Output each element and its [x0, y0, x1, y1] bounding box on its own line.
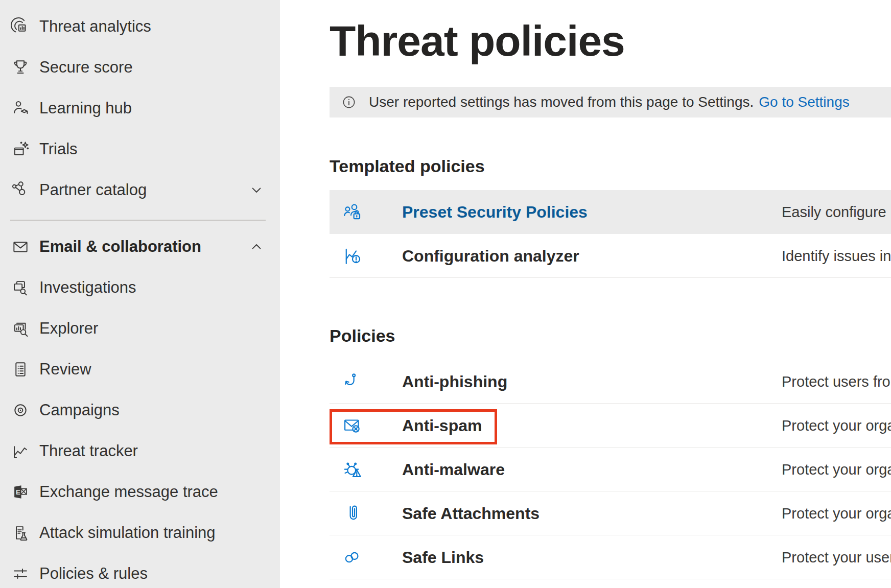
threat-tracker-icon: [11, 441, 30, 461]
sidebar-item-label: Exchange message trace: [39, 483, 218, 501]
sidebar-item-policies-rules[interactable]: Policies & rules: [0, 553, 280, 588]
sidebar-item-label: Threat analytics: [39, 17, 151, 36]
policy-row-safe-attachments[interactable]: Safe Attachments Protect your organiz: [330, 491, 891, 535]
chevron-up-icon[interactable]: [248, 239, 265, 255]
sidebar-item-email-collaboration[interactable]: Email & collaboration: [0, 226, 280, 267]
anti-spam-icon: [342, 415, 363, 436]
policy-row-label[interactable]: Preset Security Policies: [402, 203, 588, 222]
info-banner: User reported settings has moved from th…: [330, 87, 891, 117]
review-icon: [11, 360, 30, 379]
sidebar-item-threat-analytics[interactable]: Threat analytics: [0, 6, 280, 47]
policy-row-anti-phishing[interactable]: Anti-phishing Protect users from p: [330, 360, 891, 404]
sidebar-item-partner-catalog[interactable]: Partner catalog: [0, 170, 280, 210]
attack-simulation-icon: [11, 523, 30, 543]
go-to-settings-link[interactable]: Go to Settings: [759, 94, 849, 110]
page-title: Threat policies: [330, 17, 625, 64]
sidebar-item-attack-simulation-training[interactable]: Attack simulation training: [0, 512, 280, 553]
configuration-analyzer-icon: [342, 245, 363, 267]
sidebar-divider: [10, 220, 266, 221]
policy-row-description: Protect your organiz: [782, 417, 891, 434]
anti-phishing-icon: [342, 371, 363, 392]
policy-row-label[interactable]: Anti-phishing: [402, 372, 507, 391]
policy-row-label[interactable]: Anti-spam: [402, 416, 482, 435]
sidebar: Threat analytics Secure score Learning h…: [0, 0, 280, 588]
sidebar-item-label: Learning hub: [39, 99, 132, 117]
exchange-icon: E: [11, 482, 30, 502]
partner-catalog-icon: [11, 180, 30, 200]
sidebar-item-review[interactable]: Review: [0, 349, 280, 390]
banner-message-text: User reported settings has moved from th…: [369, 94, 754, 110]
banner-message: User reported settings has moved from th…: [369, 87, 850, 117]
sidebar-item-label: Threat tracker: [39, 442, 138, 460]
sidebar-item-label: Trials: [39, 140, 78, 158]
trophy-icon: [11, 58, 30, 77]
policy-row-label[interactable]: Safe Links: [402, 548, 484, 567]
policy-row-configuration-analyzer[interactable]: Configuration analyzer Identify issues i…: [330, 234, 891, 278]
sidebar-item-label: Investigations: [39, 278, 136, 297]
policy-row-description: Protect your users fr: [782, 549, 891, 566]
policy-row-anti-malware[interactable]: Anti-malware Protect your organiz: [330, 448, 891, 491]
policy-row-description: Protect your organiz: [782, 461, 891, 478]
sidebar-item-explorer[interactable]: Explorer: [0, 308, 280, 349]
sidebar-item-label: Email & collaboration: [39, 238, 201, 256]
trials-icon: [11, 139, 30, 159]
chevron-down-icon[interactable]: [248, 182, 265, 198]
info-icon: [340, 93, 358, 111]
sidebar-item-secure-score[interactable]: Secure score: [0, 47, 280, 88]
explorer-icon: [11, 319, 30, 338]
policy-row-label[interactable]: Configuration analyzer: [402, 246, 579, 265]
section-heading-policies: Policies: [330, 326, 395, 346]
policy-row-description: Protect users from p: [782, 373, 891, 390]
policy-row-label[interactable]: Anti-malware: [402, 460, 505, 479]
sidebar-item-campaigns[interactable]: Campaigns: [0, 390, 280, 431]
sidebar-item-label: Secure score: [39, 58, 133, 77]
svg-text:E: E: [16, 488, 20, 496]
preset-security-icon: [342, 201, 363, 223]
sidebar-item-label: Campaigns: [39, 401, 120, 419]
learning-hub-icon: [11, 99, 30, 118]
policy-row-description: Protect your organiz: [782, 505, 891, 522]
envelope-icon: [11, 237, 30, 256]
threat-policies-page: Threat analytics Secure score Learning h…: [0, 0, 891, 588]
policy-row-preset-security-policies[interactable]: Preset Security Policies Easily configur…: [330, 190, 891, 234]
sidebar-item-label: Policies & rules: [39, 565, 148, 583]
sidebar-item-label: Review: [39, 360, 91, 379]
safe-links-icon: [342, 547, 363, 568]
anti-malware-icon: [342, 459, 363, 480]
investigations-icon: [11, 278, 30, 297]
sidebar-item-label: Partner catalog: [39, 181, 147, 199]
sliders-icon: [11, 564, 30, 583]
sidebar-item-threat-tracker[interactable]: Threat tracker: [0, 431, 280, 472]
sidebar-item-learning-hub[interactable]: Learning hub: [0, 88, 280, 129]
policy-row-safe-links[interactable]: Safe Links Protect your users fr: [330, 535, 891, 579]
policy-row-label[interactable]: Safe Attachments: [402, 504, 540, 523]
policy-row-description: Identify issues in you: [782, 247, 891, 264]
policy-row-description: Easily configure prot: [782, 204, 891, 221]
paperclip-icon: [342, 503, 363, 524]
threat-analytics-icon: [11, 17, 30, 36]
campaigns-icon: [11, 401, 30, 420]
policy-row-anti-spam[interactable]: Anti-spam Protect your organiz: [330, 404, 891, 448]
sidebar-item-exchange-message-trace[interactable]: E Exchange message trace: [0, 472, 280, 512]
sidebar-item-label: Attack simulation training: [39, 524, 216, 542]
sidebar-item-trials[interactable]: Trials: [0, 129, 280, 170]
sidebar-item-label: Explorer: [39, 319, 98, 338]
sidebar-item-investigations[interactable]: Investigations: [0, 267, 280, 308]
section-heading-templated-policies: Templated policies: [330, 156, 485, 176]
